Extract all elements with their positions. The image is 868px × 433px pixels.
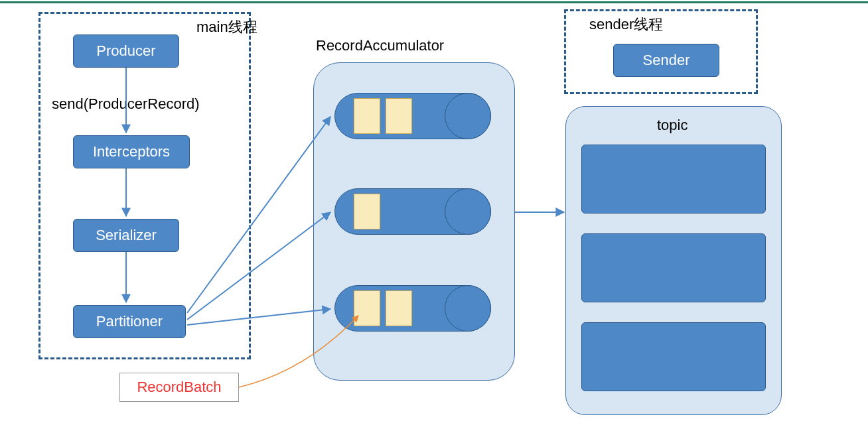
record-batch-box: RecordBatch bbox=[119, 373, 239, 402]
partitioner-box: Partitioner bbox=[73, 305, 186, 338]
main-thread-label: main线程 bbox=[196, 17, 257, 37]
topic-partition-2 bbox=[581, 233, 766, 302]
deque-2 bbox=[334, 188, 491, 235]
producer-label: Producer bbox=[96, 42, 155, 60]
deque-cap bbox=[445, 188, 491, 235]
topic-partition-3 bbox=[581, 322, 766, 391]
top-border bbox=[0, 1, 868, 3]
deque-cap bbox=[445, 93, 491, 139]
sender-thread-label: sender线程 bbox=[589, 15, 663, 34]
record-batch-item bbox=[354, 98, 380, 134]
record-batch-item bbox=[386, 290, 412, 326]
serializer-label: Serializer bbox=[96, 227, 157, 244]
record-batch-item bbox=[386, 98, 412, 134]
deque-3 bbox=[334, 285, 491, 332]
send-label: send(ProducerRecord) bbox=[52, 95, 200, 113]
deque-1 bbox=[334, 93, 491, 139]
producer-box: Producer bbox=[73, 34, 179, 68]
record-batch-label: RecordBatch bbox=[137, 379, 221, 396]
record-accumulator-label: RecordAccumulator bbox=[316, 37, 444, 54]
sender-label: Sender bbox=[643, 52, 690, 69]
topic-label: topic bbox=[657, 117, 687, 134]
sender-box: Sender bbox=[613, 44, 719, 77]
record-batch-item bbox=[354, 290, 380, 326]
topic-partition-1 bbox=[581, 145, 766, 214]
interceptors-box: Interceptors bbox=[73, 135, 190, 168]
deque-cap bbox=[445, 285, 491, 332]
partitioner-label: Partitioner bbox=[96, 313, 163, 330]
interceptors-label: Interceptors bbox=[93, 143, 170, 160]
record-batch-item bbox=[354, 194, 380, 229]
serializer-box: Serializer bbox=[73, 219, 179, 252]
